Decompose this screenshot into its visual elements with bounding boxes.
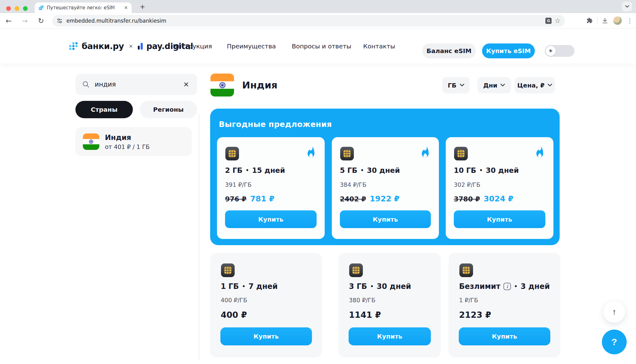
- tariff-prices: 3780 ₽ 3024 ₽: [454, 194, 513, 203]
- india-flag-large: [210, 74, 234, 97]
- info-icon[interactable]: i: [503, 283, 511, 290]
- new-price: 781 ₽: [250, 194, 274, 203]
- translate-icon[interactable]: G: [544, 16, 553, 25]
- tariff-rate: 400 ₽/ГБ: [221, 297, 247, 303]
- browser-tab-strip: Путешествуйте легко: eSIM ✕ +: [0, 0, 636, 13]
- browser-menu-icon[interactable]: ⋮: [624, 15, 636, 27]
- window-controls: [6, 6, 28, 11]
- window-zoom-button[interactable]: [23, 6, 28, 11]
- tariff-prices: 976 ₽ 781 ₽: [225, 194, 274, 203]
- sim-chip-icon: [340, 146, 354, 161]
- theme-toggle[interactable]: ☀: [545, 45, 575, 57]
- profile-avatar[interactable]: [611, 15, 624, 27]
- tariff-title: 5 ГБ • 30 дней: [340, 166, 400, 174]
- promo-block: Выгодные предложения 2 ГБ • 15 дней 391 …: [210, 109, 560, 245]
- fire-icon: [420, 146, 430, 158]
- tariff-title: 1 ГБ • 7 дней: [221, 282, 278, 291]
- help-button[interactable]: ?: [602, 330, 627, 354]
- tariff-card: 2 ГБ • 15 дней 391 ₽/ГБ 976 ₽ 781 ₽ Купи…: [217, 137, 325, 239]
- tariff-price: 1141 ₽: [349, 310, 381, 320]
- sim-chip-icon: [225, 146, 239, 161]
- buy-button[interactable]: Купить: [225, 210, 317, 228]
- tariff-title: Безлимит i • 3 дней: [459, 282, 550, 291]
- tab-close-icon[interactable]: ✕: [124, 5, 128, 11]
- tariff-rate: 380 ₽/ГБ: [349, 297, 375, 303]
- tariff-card: Безлимит i • 3 дней 1 ₽/ГБ 2123 ₽ Купить: [449, 253, 560, 357]
- chevron-down-icon: [460, 84, 464, 87]
- window-minimize-button[interactable]: [15, 6, 19, 11]
- tariff-title: 10 ГБ • 30 дней: [454, 166, 519, 174]
- site-info-icon[interactable]: [56, 18, 63, 24]
- url-text[interactable]: embedded.multitransfer.ru/bankiesim: [66, 18, 166, 24]
- balance-esim-button[interactable]: Баланс eSIM: [422, 43, 476, 58]
- sim-chip-icon: [454, 146, 468, 161]
- buy-button[interactable]: Купить: [454, 210, 545, 228]
- tariff-card: 10 ГБ • 30 дней 302 ₽/ГБ 3780 ₽ 3024 ₽ К…: [446, 137, 553, 239]
- search-input[interactable]: [95, 81, 182, 88]
- fire-icon: [306, 146, 316, 158]
- filter-days-dropdown[interactable]: Дни: [477, 77, 511, 93]
- tariff-card: 1 ГБ • 7 дней 400 ₽/ГБ 400 ₽ Купить: [210, 253, 322, 357]
- url-bar[interactable]: embedded.multitransfer.ru/bankiesim G ☆: [52, 15, 565, 27]
- back-button[interactable]: ←: [2, 13, 15, 28]
- tab-countries[interactable]: Страны: [75, 101, 133, 118]
- site-favicon: [38, 5, 44, 11]
- tab-regions[interactable]: Регионы: [140, 101, 197, 118]
- india-flag-icon: [83, 133, 99, 150]
- result-country-name: Индия: [105, 133, 150, 142]
- buy-button[interactable]: Купить: [349, 327, 431, 345]
- paydigital-logo-icon: [138, 43, 143, 50]
- bookmark-star-icon[interactable]: ☆: [555, 17, 561, 25]
- bankiru-logo-icon: [69, 41, 79, 51]
- forward-button[interactable]: →: [19, 13, 31, 28]
- bankiru-logo-text[interactable]: банки.ру: [82, 41, 124, 51]
- tariff-price: 400 ₽: [221, 310, 247, 320]
- chevron-down-icon: [548, 84, 552, 87]
- buy-button[interactable]: Купить: [220, 327, 312, 345]
- buy-esim-button[interactable]: Купить eSIM: [482, 43, 535, 58]
- reload-button[interactable]: ↻: [35, 13, 47, 28]
- clear-search-icon[interactable]: ✕: [182, 79, 190, 90]
- new-price: 3024 ₽: [484, 194, 513, 203]
- scroll-to-top-button[interactable]: ↑: [603, 301, 625, 323]
- browser-tab[interactable]: Путешествуйте легко: eSIM ✕: [35, 2, 132, 13]
- tab-search-button[interactable]: [622, 2, 632, 11]
- sun-icon: ☀: [546, 46, 556, 56]
- brand-multiply-sign: ×: [129, 43, 133, 49]
- old-price: 3780 ₽: [454, 195, 480, 203]
- tab-title: Путешествуйте легко: eSIM: [47, 5, 115, 11]
- search-icon: [82, 81, 90, 88]
- nav-link-faq[interactable]: Вопросы и ответы: [292, 29, 351, 64]
- old-price: 2402 ₽: [340, 195, 366, 203]
- tariff-title: 3 ГБ • 30 дней: [349, 282, 411, 291]
- tariff-rate: 302 ₽/ГБ: [454, 181, 480, 188]
- nav-link-benefits[interactable]: Преимущества: [227, 29, 276, 64]
- country-result-item[interactable]: Индия от 401 ₽ / 1 ГБ: [75, 127, 192, 156]
- nav-link-contacts[interactable]: Контакты: [363, 29, 395, 64]
- tariff-rate: 384 ₽/ГБ: [340, 181, 366, 188]
- tariff-card: 3 ГБ • 30 дней 380 ₽/ГБ 1141 ₽ Купить: [338, 253, 441, 357]
- tariff-title: 2 ГБ • 15 дней: [225, 166, 285, 174]
- tariff-rate: 391 ₽/ГБ: [225, 181, 251, 188]
- sim-chip-icon: [459, 263, 473, 277]
- browser-toolbar: ← → ↻ embedded.multitransfer.ru/bankiesi…: [0, 13, 636, 29]
- downloads-icon[interactable]: [599, 15, 611, 27]
- sidebar-divider: [199, 114, 199, 360]
- buy-button[interactable]: Купить: [459, 327, 550, 345]
- sim-chip-icon: [221, 263, 235, 277]
- filter-price-dropdown[interactable]: Цена, ₽: [515, 77, 555, 93]
- tab-title-fade: [112, 5, 120, 12]
- site-header: банки.ру × pay.digital Инструкция Преиму…: [0, 29, 636, 64]
- nav-link-instruction[interactable]: Инструкция: [173, 29, 212, 64]
- new-tab-button[interactable]: +: [138, 3, 147, 11]
- tariff-rate: 1 ₽/ГБ: [459, 297, 478, 303]
- filter-gb-dropdown[interactable]: ГБ: [442, 77, 470, 93]
- buy-button[interactable]: Купить: [340, 210, 431, 228]
- extensions-icon[interactable]: [584, 15, 596, 27]
- sim-chip-icon: [349, 263, 363, 277]
- fire-icon: [535, 146, 545, 158]
- window-close-button[interactable]: [6, 6, 11, 11]
- country-search-box[interactable]: ✕: [75, 74, 197, 95]
- tariff-card: 5 ГБ • 30 дней 384 ₽/ГБ 2402 ₽ 1922 ₽ Ку…: [332, 137, 439, 239]
- tariff-prices: 2402 ₽ 1922 ₽: [340, 194, 399, 203]
